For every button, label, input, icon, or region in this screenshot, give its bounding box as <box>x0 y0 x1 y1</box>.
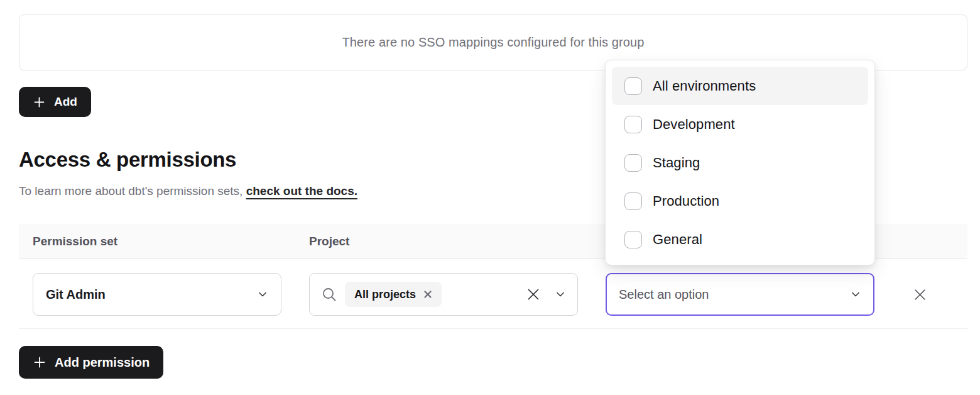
checkbox-unchecked[interactable] <box>624 192 642 210</box>
add-permission-button[interactable]: Add permission <box>19 346 163 379</box>
group-settings-page: There are no SSO mappings configured for… <box>0 0 980 395</box>
search-icon <box>321 286 337 303</box>
chevron-down-icon <box>257 289 268 300</box>
remove-permission-row-button[interactable] <box>906 281 933 308</box>
environment-option-staging[interactable]: Staging <box>612 143 868 182</box>
permission-row: Git Admin All projects <box>19 259 967 329</box>
environment-option-general[interactable]: General <box>612 220 868 259</box>
environment-select[interactable]: Select an option <box>606 273 874 316</box>
environment-option-all-environments[interactable]: All environments <box>612 67 868 105</box>
add-sso-mapping-button[interactable]: Add <box>19 87 91 117</box>
column-header-permission-set: Permission set <box>33 224 117 259</box>
environment-option-label: General <box>653 231 702 248</box>
plus-icon <box>33 355 46 369</box>
environment-option-development[interactable]: Development <box>612 105 868 143</box>
permission-set-value: Git Admin <box>46 287 106 302</box>
selected-project-tag: All projects <box>345 282 442 307</box>
environment-dropdown-panel: All environments Development Staging Pro… <box>605 60 875 265</box>
checkbox-unchecked[interactable] <box>624 154 642 172</box>
permissions-description: To learn more about dbt's permission set… <box>19 184 357 198</box>
checkbox-unchecked[interactable] <box>624 231 642 248</box>
column-header-project: Project <box>309 224 349 259</box>
selected-project-label: All projects <box>354 288 416 301</box>
chevron-down-icon <box>850 289 861 300</box>
plus-icon <box>33 96 46 109</box>
chevron-down-icon <box>555 289 566 300</box>
description-text: To learn more about dbt's permission set… <box>19 184 242 198</box>
page-title: Access & permissions <box>19 148 236 172</box>
tag-remove-icon[interactable] <box>423 290 432 299</box>
environment-option-label: Production <box>653 193 719 209</box>
environment-placeholder: Select an option <box>619 287 709 302</box>
docs-link[interactable]: check out the docs. <box>246 184 357 198</box>
environment-option-production[interactable]: Production <box>612 182 868 220</box>
add-permission-label: Add permission <box>55 355 150 370</box>
clear-selection-icon[interactable] <box>526 287 541 302</box>
sso-empty-message: There are no SSO mappings configured for… <box>342 35 645 50</box>
checkbox-unchecked[interactable] <box>624 77 642 95</box>
environment-option-label: Development <box>653 116 735 133</box>
checkbox-unchecked[interactable] <box>624 116 642 133</box>
add-sso-mapping-label: Add <box>54 95 77 109</box>
environment-option-label: Staging <box>653 155 700 171</box>
permission-set-select[interactable]: Git Admin <box>33 273 281 316</box>
environment-option-label: All environments <box>653 78 756 94</box>
project-multiselect[interactable]: All projects <box>309 273 578 316</box>
